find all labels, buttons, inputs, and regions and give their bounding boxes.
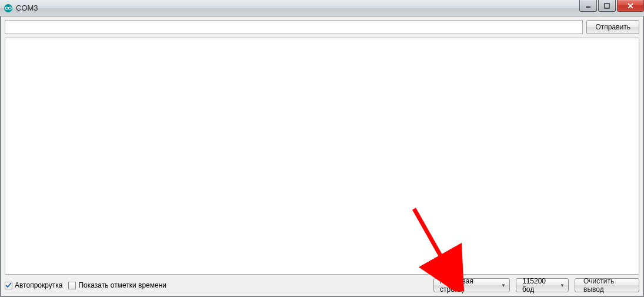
baud-rate-value: 115200 бод (522, 277, 553, 293)
send-button[interactable]: Отправить (586, 20, 639, 34)
arduino-icon (4, 4, 13, 13)
svg-line-5 (414, 209, 452, 276)
title-bar: COM3 (0, 0, 644, 16)
window-controls (579, 0, 644, 16)
baud-rate-select[interactable]: 115200 бод ▼ (516, 278, 569, 292)
autoscroll-label: Автопрокрутка (15, 281, 62, 289)
serial-input[interactable] (5, 20, 583, 34)
checkbox-icon (5, 282, 12, 289)
svg-rect-3 (586, 6, 590, 8)
line-ending-value: NL (Новая строка) (440, 277, 494, 293)
serial-output[interactable] (5, 38, 639, 275)
line-ending-select[interactable]: NL (Новая строка) ▼ (433, 278, 510, 292)
send-row: Отправить (5, 20, 639, 34)
checkbox-icon (68, 282, 76, 289)
close-button[interactable] (617, 0, 644, 12)
svg-rect-4 (605, 4, 609, 8)
chevron-down-icon: ▼ (501, 283, 506, 288)
status-bar: Автопрокрутка Показать отметки времени N… (5, 278, 639, 292)
autoscroll-checkbox[interactable]: Автопрокрутка (5, 281, 62, 289)
window-title: COM3 (16, 4, 38, 12)
clear-output-button[interactable]: Очистить вывод (575, 278, 639, 292)
chevron-down-icon: ▼ (560, 283, 565, 288)
maximize-button[interactable] (598, 0, 616, 12)
timestamp-label: Показать отметки времени (78, 281, 166, 289)
timestamp-checkbox[interactable]: Показать отметки времени (68, 281, 166, 289)
minimize-button[interactable] (579, 0, 597, 12)
client-area: Отправить Автопрокрутка Показать отметки… (0, 16, 644, 297)
title-bar-left: COM3 (4, 4, 38, 13)
